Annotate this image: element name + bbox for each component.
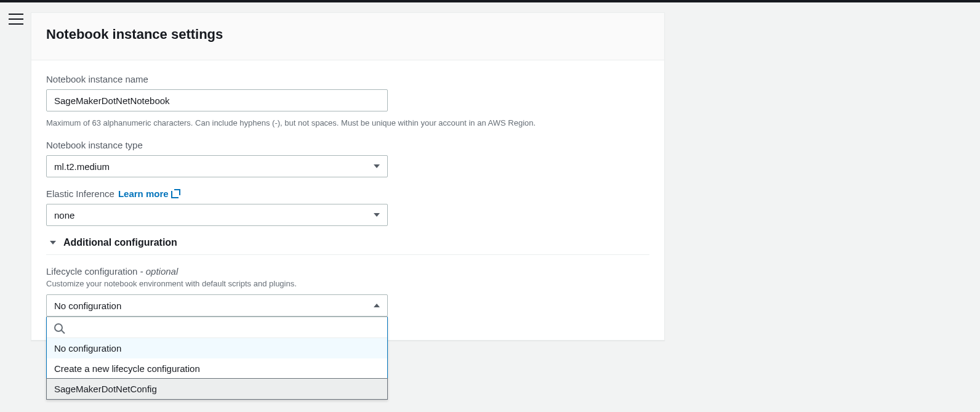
lifecycle-hint: Customize your notebook environment with…: [46, 279, 649, 288]
lifecycle-dropdown-wrap: No configuration No configuration Create…: [46, 294, 388, 317]
lifecycle-option-create-new[interactable]: Create a new lifecycle configuration: [47, 358, 387, 379]
elastic-label-line: Elastic Inference Learn more: [46, 188, 649, 199]
elastic-value: none: [54, 210, 74, 220]
learn-more-link[interactable]: Learn more: [118, 188, 180, 199]
external-link-icon: [171, 190, 180, 198]
elastic-group: Elastic Inference Learn more none: [46, 188, 649, 226]
notebook-name-input[interactable]: [46, 89, 388, 111]
type-group: Notebook instance type ml.t2.medium: [46, 140, 649, 177]
settings-card: Notebook instance settings Notebook inst…: [31, 12, 665, 341]
chevron-down-icon: [374, 164, 380, 168]
menu-icon[interactable]: [9, 14, 23, 25]
elastic-label: Elastic Inference: [46, 188, 114, 199]
lifecycle-option-sagemaker-config[interactable]: SageMakerDotNetConfig: [46, 378, 388, 400]
caret-down-icon: [50, 241, 56, 244]
lifecycle-value: No configuration: [54, 301, 121, 311]
additional-expander: Additional configuration: [46, 237, 649, 255]
lifecycle-label-line: Lifecycle configuration - optional: [46, 266, 649, 277]
lifecycle-group: Lifecycle configuration - optional Custo…: [46, 266, 649, 317]
lifecycle-select[interactable]: No configuration: [46, 294, 388, 317]
card-header: Notebook instance settings: [31, 13, 664, 60]
additional-toggle[interactable]: Additional configuration: [46, 237, 649, 248]
instance-type-value: ml.t2.medium: [54, 161, 110, 172]
name-hint: Maximum of 63 alphanumeric characters. C…: [46, 118, 649, 129]
lifecycle-dropdown-panel: No configuration Create a new lifecycle …: [46, 317, 388, 400]
instance-type-select[interactable]: ml.t2.medium: [46, 155, 388, 177]
card-body: Notebook instance name Maximum of 63 alp…: [31, 60, 664, 340]
elastic-select[interactable]: none: [46, 204, 388, 226]
name-label: Notebook instance name: [46, 74, 649, 84]
dropdown-search-input[interactable]: [68, 322, 380, 333]
chevron-down-icon: [374, 213, 380, 217]
page-wrap: Notebook instance settings Notebook inst…: [0, 2, 980, 341]
lifecycle-optional: - optional: [137, 266, 178, 277]
type-label: Notebook instance type: [46, 140, 649, 150]
name-group: Notebook instance name Maximum of 63 alp…: [46, 74, 649, 129]
chevron-up-icon: [374, 304, 380, 307]
page-title: Notebook instance settings: [46, 26, 649, 42]
lifecycle-label: Lifecycle configuration: [46, 266, 137, 277]
additional-title: Additional configuration: [63, 237, 177, 248]
learn-more-text: Learn more: [118, 188, 169, 199]
dropdown-search-row: [47, 317, 387, 338]
lifecycle-option-no-config[interactable]: No configuration: [47, 338, 387, 358]
search-icon: [54, 323, 63, 332]
